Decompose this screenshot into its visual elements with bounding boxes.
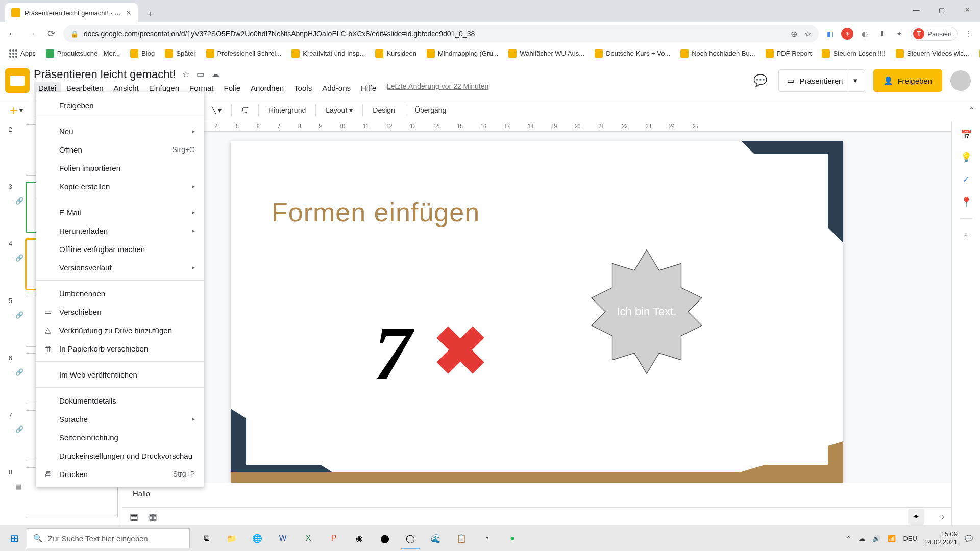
slide-title-text[interactable]: Formen einfügen xyxy=(272,197,480,228)
chrome-menu-icon[interactable]: ⋮ xyxy=(963,28,975,40)
close-window-button[interactable]: ✕ xyxy=(954,0,980,19)
menu-email[interactable]: E-Mail▸ xyxy=(36,203,204,221)
collapse-toolbar-icon[interactable]: ⌃ xyxy=(968,106,975,115)
star-document-icon[interactable]: ☆ xyxy=(182,69,189,79)
clock[interactable]: 15:09 24.02.2021 xyxy=(924,530,958,546)
tasks-icon[interactable]: ✓ xyxy=(960,173,972,186)
excel-icon[interactable]: X xyxy=(296,527,321,549)
speaker-notes[interactable]: Hallo xyxy=(122,483,951,507)
menu-oeffnen[interactable]: ÖffnenStrg+O xyxy=(36,140,204,159)
menu-freigeben[interactable]: Freigeben xyxy=(36,96,204,114)
back-button[interactable]: ← xyxy=(5,27,19,41)
keep-icon[interactable]: 💡 xyxy=(960,151,972,163)
explore-button[interactable]: ✦ xyxy=(908,509,924,525)
red-cross-shape[interactable] xyxy=(435,324,486,375)
edge-legacy-icon[interactable]: 🌐 xyxy=(245,527,270,549)
move-document-icon[interactable]: ▭ xyxy=(197,69,204,79)
design-button[interactable]: Design xyxy=(368,104,400,117)
grid-view-icon[interactable]: ▦ xyxy=(149,511,157,522)
chevron-right-icon[interactable]: › xyxy=(942,512,944,521)
tray-chevron-icon[interactable]: ⌃ xyxy=(846,535,851,542)
forward-button[interactable]: → xyxy=(24,27,39,41)
add-addon-icon[interactable]: + xyxy=(960,229,972,241)
browser-tab[interactable]: Präsentieren leicht gemacht! - G... ✕ xyxy=(5,3,138,22)
windows-search[interactable]: 🔍 Zur Suche Text hier eingeben xyxy=(27,528,190,548)
bookmark-item[interactable]: Deutsche Kurs + Vo... xyxy=(591,47,674,60)
onedrive-icon[interactable]: ☁ xyxy=(859,535,865,542)
language-indicator[interactable]: DEU xyxy=(903,535,917,542)
bookmark-item[interactable]: Mindmapping (Gru... xyxy=(423,47,503,60)
maximize-button[interactable]: ▢ xyxy=(929,0,954,19)
comment-tool[interactable]: 🗨 xyxy=(237,104,253,117)
line-tool[interactable]: ╲ ▾ xyxy=(207,104,226,117)
menu-anordnen[interactable]: Anordnen xyxy=(246,82,288,94)
menu-dokumentdetails[interactable]: Dokumentdetails xyxy=(36,391,204,410)
transition-button[interactable]: Übergang xyxy=(410,104,451,117)
bookmark-item[interactable]: Produktsuche - Mer... xyxy=(42,47,125,60)
menu-offline[interactable]: Offline verfügbar machen xyxy=(36,240,204,258)
extension-icon[interactable]: ⬇ xyxy=(876,28,888,40)
bookmark-item[interactable]: Steuern Videos wic... xyxy=(892,47,973,60)
apps-bookmark[interactable]: Apps xyxy=(5,47,40,60)
background-button[interactable]: Hintergrund xyxy=(264,104,310,117)
menu-web-veroeffentlichen[interactable]: Im Web veröffentlichen xyxy=(36,365,204,384)
minimize-button[interactable]: — xyxy=(903,0,929,19)
extension-icon[interactable]: ✳ xyxy=(841,28,853,40)
extension-icon[interactable]: ◧ xyxy=(824,28,836,40)
powerpoint-icon[interactable]: P xyxy=(322,527,346,549)
comments-button[interactable]: 💬 xyxy=(750,70,770,91)
reload-button[interactable]: ⟳ xyxy=(44,27,58,41)
menu-tools[interactable]: Tools xyxy=(289,82,316,94)
menu-umbenennen[interactable]: Umbenennen xyxy=(36,284,204,303)
edge-icon[interactable]: 🌊 xyxy=(424,527,448,549)
star-icon[interactable]: ☆ xyxy=(804,29,812,39)
slides-logo-icon[interactable] xyxy=(5,68,30,93)
new-tab-button[interactable]: + xyxy=(142,6,158,22)
notifications-icon[interactable]: 💬 xyxy=(965,535,973,542)
menu-kopie-erstellen[interactable]: Kopie erstellen▸ xyxy=(36,177,204,195)
menu-folie[interactable]: Folie xyxy=(219,82,246,94)
zoom-icon[interactable]: ⊕ xyxy=(791,29,797,39)
close-tab-icon[interactable]: ✕ xyxy=(126,9,132,17)
menu-seiteneinrichtung[interactable]: Seiteneinrichtung xyxy=(36,428,204,446)
bookmark-item[interactable]: Steuern Lesen !!!! xyxy=(818,47,890,60)
app-icon[interactable]: ◉ xyxy=(347,527,372,549)
volume-icon[interactable]: 🔊 xyxy=(872,535,880,542)
chrome-icon[interactable]: ◯ xyxy=(398,527,423,549)
address-bar[interactable]: 🔒 docs.google.com/presentation/d/1yV372S… xyxy=(63,25,819,42)
menu-neu[interactable]: Neu▸ xyxy=(36,122,204,140)
bookmark-item[interactable]: Kreativität und Insp... xyxy=(287,47,369,60)
spotify-icon[interactable]: ● xyxy=(500,527,525,549)
calendar-icon[interactable]: 📅 xyxy=(960,129,972,141)
word-icon[interactable]: W xyxy=(271,527,295,549)
menu-folien-importieren[interactable]: Folien importieren xyxy=(36,159,204,177)
new-slide-button[interactable]: +▾ xyxy=(5,100,28,121)
file-explorer-icon[interactable]: 📁 xyxy=(219,527,244,549)
account-avatar[interactable] xyxy=(950,70,971,91)
slide-canvas[interactable]: Formen einfügen 7 Ich bin Text. xyxy=(231,141,843,483)
menu-verknuepfung[interactable]: △Verknüpfung zu Drive hinzufügen xyxy=(36,321,204,339)
menu-verschieben[interactable]: ▭Verschieben xyxy=(36,303,204,321)
bookmark-item[interactable]: Kursideen xyxy=(371,47,421,60)
star-burst-shape[interactable]: Ich bin Text. xyxy=(578,243,716,381)
present-button[interactable]: ▭ Präsentieren ▾ xyxy=(778,69,865,92)
app-icon[interactable]: 📋 xyxy=(449,527,474,549)
bookmark-item[interactable]: PDF Report xyxy=(762,47,816,60)
task-view-icon[interactable]: ⧉ xyxy=(194,527,218,549)
bookmark-item[interactable]: Wahlfächer WU Aus... xyxy=(504,47,589,60)
layout-button[interactable]: Layout ▾ xyxy=(321,104,357,117)
present-dropdown-icon[interactable]: ▾ xyxy=(848,70,863,91)
extension-icon[interactable]: ◐ xyxy=(859,28,871,40)
bookmark-item[interactable]: Blog xyxy=(126,47,159,60)
start-button[interactable]: ⊞ xyxy=(2,527,27,549)
bookmark-item[interactable]: Später xyxy=(161,47,200,60)
document-title[interactable]: Präsentieren leicht gemacht! xyxy=(34,68,176,81)
star-text[interactable]: Ich bin Text. xyxy=(617,305,677,318)
menu-sprache[interactable]: Sprache▸ xyxy=(36,410,204,428)
menu-druckeinstellungen[interactable]: Druckeinstellungen und Druckvorschau xyxy=(36,446,204,465)
wifi-icon[interactable]: 📶 xyxy=(888,535,896,542)
filmstrip-view-icon[interactable]: ▤ xyxy=(130,511,138,522)
bookmark-item[interactable]: Büro xyxy=(975,47,980,60)
menu-herunterladen[interactable]: Herunterladen▸ xyxy=(36,221,204,240)
menu-hilfe[interactable]: Hilfe xyxy=(356,82,381,94)
